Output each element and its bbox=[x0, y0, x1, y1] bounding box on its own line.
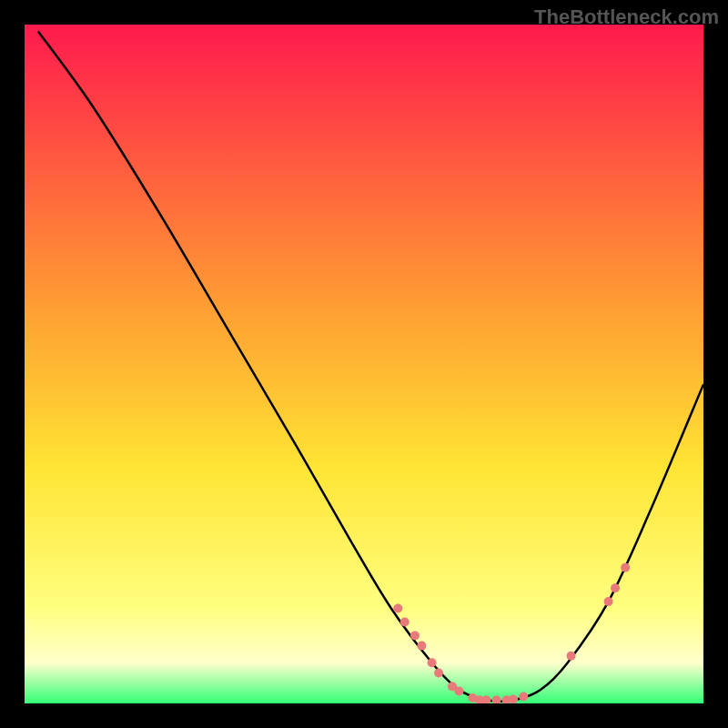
gradient-background bbox=[25, 25, 703, 703]
data-marker bbox=[604, 597, 613, 606]
data-marker bbox=[519, 693, 528, 702]
data-marker bbox=[393, 604, 402, 613]
data-marker bbox=[567, 652, 576, 661]
data-marker bbox=[417, 642, 426, 651]
chart-svg bbox=[25, 25, 703, 703]
watermark-text: TheBottleneck.com bbox=[534, 5, 719, 29]
data-marker bbox=[434, 668, 443, 677]
chart-container: TheBottleneck.com bbox=[0, 0, 728, 728]
data-marker bbox=[611, 583, 620, 592]
data-marker bbox=[454, 687, 463, 696]
data-marker bbox=[428, 658, 437, 667]
data-marker bbox=[400, 617, 410, 626]
plot-area bbox=[25, 25, 703, 703]
data-marker bbox=[410, 631, 420, 640]
data-marker bbox=[621, 563, 630, 572]
